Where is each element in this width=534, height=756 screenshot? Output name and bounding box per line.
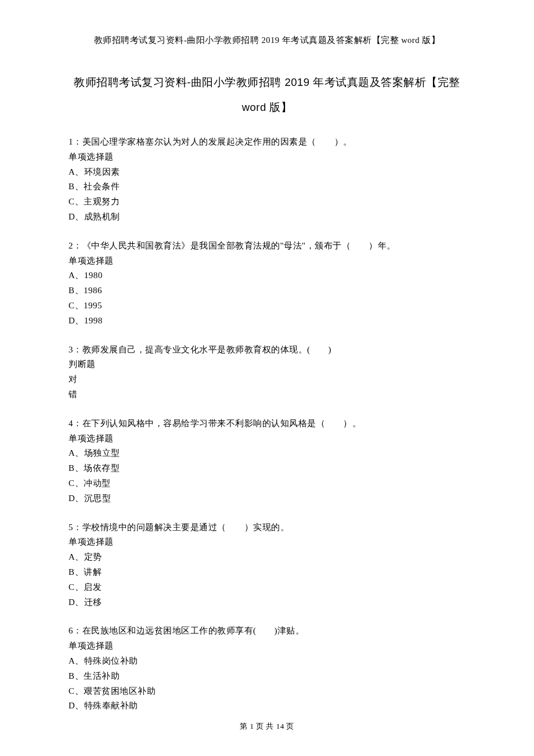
page-header: 教师招聘考试复习资料-曲阳小学教师招聘 2019 年考试真题及答案解析【完整 w… — [68, 35, 466, 46]
question-1: 1：美国心理学家格塞尔认为对人的发展起决定作用的因素是（ ）。 单项选择题 A、… — [68, 135, 466, 225]
question-option: A、环境因素 — [68, 165, 466, 180]
question-prompt: 5：学校情境中的问题解决主要是通过（ ）实现的。 — [68, 520, 466, 535]
question-prompt: 3：教师发展自己，提高专业文化水平是教师教育权的体现。( ) — [68, 343, 466, 358]
question-prompt: 4：在下列认知风格中，容易给学习带来不利影响的认知风格是（ ）。 — [68, 416, 466, 431]
question-option: B、生活补助 — [68, 669, 466, 684]
question-option: B、讲解 — [68, 565, 466, 580]
document-page: 教师招聘考试复习资料-曲阳小学教师招聘 2019 年考试真题及答案解析【完整 w… — [0, 0, 534, 714]
question-option: C、艰苦贫困地区补助 — [68, 684, 466, 699]
question-option: D、沉思型 — [68, 491, 466, 506]
question-option: D、成熟机制 — [68, 210, 466, 225]
question-option: D、1998 — [68, 314, 466, 329]
question-option: B、社会条件 — [68, 179, 466, 195]
question-6: 6：在民族地区和边远贫困地区工作的教师享有( )津贴。 单项选择题 A、特殊岗位… — [68, 624, 466, 714]
question-prompt: 2：《中华人民共和国教育法》是我国全部教育法规的"母法"，颁布于（ ）年。 — [68, 239, 466, 254]
question-option: 错 — [68, 387, 466, 402]
question-option: C、启发 — [68, 580, 466, 595]
document-title: 教师招聘考试复习资料-曲阳小学教师招聘 2019 年考试真题及答案解析【完整 w… — [68, 70, 466, 120]
question-prompt: 1：美国心理学家格塞尔认为对人的发展起决定作用的因素是（ ）。 — [68, 135, 466, 150]
question-option: B、1986 — [68, 283, 466, 298]
question-type: 单项选择题 — [68, 150, 466, 165]
question-option: 对 — [68, 372, 466, 387]
question-2: 2：《中华人民共和国教育法》是我国全部教育法规的"母法"，颁布于（ ）年。 单项… — [68, 239, 466, 329]
question-option: A、特殊岗位补助 — [68, 654, 466, 669]
question-type: 判断题 — [68, 357, 466, 372]
question-option: C、1995 — [68, 298, 466, 314]
question-prompt: 6：在民族地区和边远贫困地区工作的教师享有( )津贴。 — [68, 624, 466, 639]
title-line-2: word 版】 — [242, 101, 293, 113]
question-type: 单项选择题 — [68, 431, 466, 447]
question-3: 3：教师发展自己，提高专业文化水平是教师教育权的体现。( ) 判断题 对 错 — [68, 343, 466, 402]
page-footer: 第 1 页 共 14 页 — [0, 721, 534, 732]
question-4: 4：在下列认知风格中，容易给学习带来不利影响的认知风格是（ ）。 单项选择题 A… — [68, 416, 466, 506]
question-type: 单项选择题 — [68, 639, 466, 654]
question-5: 5：学校情境中的问题解决主要是通过（ ）实现的。 单项选择题 A、定势 B、讲解… — [68, 520, 466, 610]
question-option: C、冲动型 — [68, 476, 466, 491]
question-option: A、1980 — [68, 268, 466, 283]
question-type: 单项选择题 — [68, 254, 466, 269]
question-option: D、特殊奉献补助 — [68, 699, 466, 714]
question-option: A、场独立型 — [68, 446, 466, 461]
title-line-1: 教师招聘考试复习资料-曲阳小学教师招聘 2019 年考试真题及答案解析【完整 — [74, 76, 460, 88]
question-option: A、定势 — [68, 550, 466, 565]
question-option: C、主观努力 — [68, 195, 466, 210]
question-option: D、迁移 — [68, 595, 466, 610]
question-type: 单项选择题 — [68, 535, 466, 550]
question-option: B、场依存型 — [68, 461, 466, 476]
